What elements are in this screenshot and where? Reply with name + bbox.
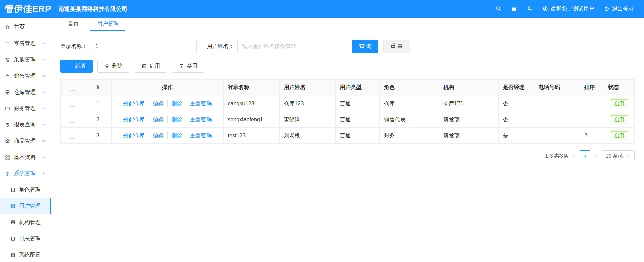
sidebar-item-sales[interactable]: 销售管理 bbox=[0, 68, 51, 84]
reset-password-link[interactable]: 重置密码 bbox=[186, 132, 212, 139]
doc-icon bbox=[10, 220, 16, 225]
reset-password-link[interactable]: 重置密码 bbox=[186, 100, 212, 107]
cell-login: test123 bbox=[223, 128, 279, 144]
disable-button-label: 禁用 bbox=[187, 63, 197, 70]
search-icon[interactable] bbox=[495, 6, 502, 12]
sidebar-item-user-mgmt[interactable]: 用户管理 bbox=[0, 198, 51, 214]
sidebar-item-label: 基本资料 bbox=[14, 154, 36, 161]
sidebar-item-system-config[interactable]: 系统配置 bbox=[0, 247, 51, 262]
tab-user-mgmt[interactable]: 用户管理 bbox=[90, 18, 125, 31]
chevron-down-icon bbox=[42, 123, 46, 127]
col-header-name: 用户姓名 bbox=[279, 80, 335, 96]
cell-sort bbox=[580, 96, 604, 112]
bell-icon[interactable] bbox=[527, 6, 533, 12]
delete-link[interactable]: 删除 bbox=[167, 132, 182, 139]
select-all-checkbox[interactable] bbox=[70, 85, 75, 91]
doc-icon bbox=[10, 203, 16, 209]
sidebar-item-products[interactable]: 商品管理 bbox=[0, 133, 51, 149]
enable-button[interactable]: 启用 bbox=[135, 60, 167, 73]
col-header-role: 角色 bbox=[380, 80, 439, 96]
row-index: 1 bbox=[84, 96, 112, 112]
assign-warehouse-link[interactable]: 分配仓库 bbox=[123, 116, 145, 123]
chevron-down-icon bbox=[42, 58, 46, 62]
delete-button-label: 删除 bbox=[112, 63, 123, 70]
warehouse-icon bbox=[5, 89, 11, 95]
cell-name: 刘老根 bbox=[279, 128, 335, 144]
table-row: 3 分配仓库 编辑 删除 重置密码 test123 bbox=[61, 128, 635, 144]
next-page-icon[interactable]: › bbox=[594, 153, 598, 159]
user-name-input[interactable] bbox=[237, 40, 343, 53]
trash-icon bbox=[104, 64, 110, 69]
row-checkbox[interactable] bbox=[70, 101, 75, 107]
delete-link[interactable]: 删除 bbox=[167, 116, 182, 123]
chevron-down-icon bbox=[627, 154, 631, 158]
logout-button[interactable]: 退出登录 bbox=[604, 5, 634, 13]
chevron-down-icon bbox=[42, 74, 46, 78]
app-logo: 管伊佳ERP bbox=[0, 3, 51, 15]
prev-page-icon[interactable]: ‹ bbox=[572, 153, 576, 159]
edit-link[interactable]: 编辑 bbox=[149, 132, 163, 139]
delete-button[interactable]: 删除 bbox=[97, 60, 130, 73]
header-actions: 欢迎您，测试用户 退出登录 bbox=[495, 5, 644, 13]
assign-warehouse-link[interactable]: 分配仓库 bbox=[123, 100, 145, 107]
page-number-button[interactable]: 1 bbox=[580, 150, 590, 161]
sidebar-item-finance[interactable]: 财务管理 bbox=[0, 100, 51, 117]
sidebar-item-warehouse[interactable]: 仓库管理 bbox=[0, 84, 51, 100]
edit-link[interactable]: 编辑 bbox=[149, 116, 163, 123]
cell-org: 研发部 bbox=[439, 128, 499, 144]
user-menu[interactable]: 欢迎您，测试用户 bbox=[542, 5, 594, 13]
reset-button[interactable]: 重 置 bbox=[383, 40, 410, 53]
sidebar-item-label: 销售管理 bbox=[14, 73, 36, 80]
sidebar-item-log-mgmt[interactable]: 日志管理 bbox=[0, 230, 51, 247]
sidebar-item-basic-data[interactable]: 基本资料 bbox=[0, 149, 51, 165]
table-header-row: # 操作 登录名称 用户姓名 用户类型 角色 机构 是否经理 电话号码 排序 状 bbox=[61, 80, 635, 96]
sidebar-item-home[interactable]: 首页 bbox=[0, 19, 51, 35]
chevron-up-icon bbox=[42, 172, 46, 176]
sidebar-item-label: 仓库管理 bbox=[14, 89, 36, 96]
cell-manager: 否 bbox=[499, 112, 534, 128]
col-header-org: 机构 bbox=[439, 80, 499, 96]
login-name-input[interactable] bbox=[91, 40, 197, 53]
row-checkbox[interactable] bbox=[70, 133, 75, 139]
check-square-icon bbox=[142, 64, 147, 69]
sidebar-item-org-mgmt[interactable]: 机构管理 bbox=[0, 214, 51, 230]
toolbar: 新增 删除 启用 禁用 bbox=[60, 60, 635, 73]
cell-org: 仓库1部 bbox=[439, 96, 499, 112]
chevron-down-icon bbox=[42, 106, 46, 110]
main-area: 首页 用户管理 登录名称： 用户姓名： 查 询 重 置 bbox=[51, 18, 644, 262]
sidebar-item-label: 商品管理 bbox=[14, 138, 36, 145]
sidebar-item-role-mgmt[interactable]: 角色管理 bbox=[0, 182, 51, 198]
company-name: 南通某某网络科技有限公司 bbox=[58, 5, 128, 13]
chevron-down-icon bbox=[42, 90, 46, 94]
sidebar-item-reports[interactable]: 报表查询 bbox=[0, 117, 51, 133]
row-index: 3 bbox=[84, 128, 112, 144]
search-button[interactable]: 查 询 bbox=[352, 40, 378, 53]
reset-password-link[interactable]: 重置密码 bbox=[186, 116, 212, 123]
cell-type: 普通 bbox=[335, 96, 379, 112]
home-building-icon[interactable] bbox=[511, 6, 517, 12]
cell-sort bbox=[580, 112, 604, 128]
delete-link[interactable]: 删除 bbox=[167, 100, 182, 107]
app-window: 管伊佳ERP 南通某某网络科技有限公司 欢迎您，测试用户 bbox=[0, 0, 644, 262]
sidebar-item-label: 系统管理 bbox=[14, 170, 36, 177]
tab-home[interactable]: 首页 bbox=[61, 18, 85, 31]
sidebar-item-label: 采购管理 bbox=[14, 56, 36, 63]
sidebar-item-label: 日志管理 bbox=[19, 235, 41, 242]
page-size-select[interactable]: 10 条/页 bbox=[602, 150, 635, 161]
assign-warehouse-link[interactable]: 分配仓库 bbox=[123, 132, 145, 139]
sidebar-item-retail[interactable]: 零售管理 bbox=[0, 35, 51, 52]
cell-name: 仓库123 bbox=[279, 96, 335, 112]
page-size-value: 10 条/页 bbox=[606, 153, 624, 159]
user-table: # 操作 登录名称 用户姓名 用户类型 角色 机构 是否经理 电话号码 排序 状 bbox=[60, 79, 635, 144]
row-checkbox[interactable] bbox=[70, 117, 75, 123]
col-header-index: # bbox=[84, 80, 112, 96]
doc-icon bbox=[10, 236, 16, 241]
edit-link[interactable]: 编辑 bbox=[149, 100, 163, 107]
col-header-type: 用户类型 bbox=[335, 80, 379, 96]
disable-button[interactable]: 禁用 bbox=[172, 60, 204, 73]
status-badge: 启用 bbox=[610, 131, 628, 140]
sidebar-item-purchase[interactable]: 采购管理 bbox=[0, 52, 51, 68]
add-button[interactable]: 新增 bbox=[60, 60, 93, 73]
col-header-login: 登录名称 bbox=[223, 80, 279, 96]
sidebar-item-system[interactable]: 系统管理 bbox=[0, 165, 51, 182]
